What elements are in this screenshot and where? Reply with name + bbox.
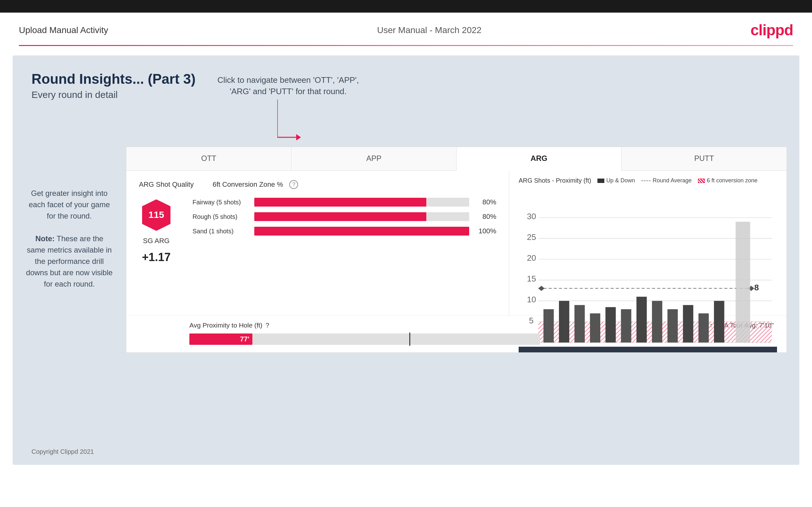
bar-track-fairway <box>254 198 469 207</box>
section-title: Round Insights... (Part 3) <box>32 71 780 87</box>
svg-rect-34 <box>683 305 694 343</box>
legend-hatch-icon <box>698 178 705 183</box>
hex-score-row: 115 SG ARG +1.17 Fairway (5 shots) <box>139 198 496 264</box>
svg-marker-22 <box>538 286 545 291</box>
legend-6ft: 6 ft conversion zone <box>698 177 758 184</box>
svg-rect-31 <box>637 297 647 342</box>
prox-cursor <box>409 333 410 346</box>
svg-rect-37 <box>736 222 750 343</box>
tabs-row: OTT APP ARG PUTT <box>126 147 786 171</box>
legend-up-down: Up & Down <box>597 177 635 184</box>
bar-fill-sand <box>254 227 469 235</box>
chart-title: ARG Shots - Proximity (ft) <box>519 177 591 184</box>
copyright: Copyright Clippd 2021 <box>32 448 94 455</box>
manual-date-label: User Manual - March 2022 <box>377 25 481 35</box>
svg-rect-36 <box>714 301 724 342</box>
right-panel-header: ARG Shots - Proximity (ft) Up & Down Rou… <box>519 177 777 184</box>
svg-rect-32 <box>652 301 662 342</box>
panel-header: ARG Shot Quality 6ft Conversion Zone % ? <box>139 180 496 189</box>
tab-ott[interactable]: OTT <box>126 147 292 170</box>
chart-svg: 0 5 10 15 20 25 30 <box>519 190 777 347</box>
tab-putt[interactable]: PUTT <box>622 147 786 170</box>
legend-dashes-icon <box>641 180 651 181</box>
svg-text:30: 30 <box>527 212 536 221</box>
svg-text:10: 10 <box>527 295 536 304</box>
bar-track-sand <box>254 227 469 235</box>
help-icon[interactable]: ? <box>289 180 298 189</box>
prox-bar-track: 77' <box>189 334 540 345</box>
conversion-label: 6ft Conversion Zone % <box>213 180 283 189</box>
bar-pct-rough: 80% <box>474 213 496 221</box>
svg-text:25: 25 <box>527 232 536 242</box>
tab-arg[interactable]: ARG <box>457 147 622 171</box>
svg-rect-28 <box>590 313 600 343</box>
nav-hint: Click to navigate between 'OTT', 'APP', … <box>217 74 359 97</box>
svg-rect-29 <box>606 307 616 342</box>
dashboard-button[interactable]: ARG Dashboard <box>519 347 777 353</box>
main-content: Round Insights... (Part 3) Every round i… <box>13 55 799 465</box>
section-subtitle: Every round in detail <box>32 90 780 100</box>
svg-rect-26 <box>559 301 569 342</box>
hexagon-score: 115 <box>139 198 173 232</box>
svg-rect-33 <box>667 309 678 343</box>
svg-text:5: 5 <box>529 316 534 325</box>
header: Upload Manual Activity User Manual - Mar… <box>0 13 812 45</box>
legend-up-down-label: Up & Down <box>606 177 635 184</box>
bar-pct-fairway: 80% <box>474 198 496 206</box>
bar-fill-rough <box>254 212 426 221</box>
bar-row-rough: Rough (5 shots) 80% <box>193 212 496 221</box>
left-panel: ARG Shot Quality 6ft Conversion Zone % ?… <box>126 171 509 316</box>
svg-text:115: 115 <box>148 210 164 220</box>
bar-label-fairway: Fairway (5 shots) <box>193 199 249 206</box>
svg-marker-2 <box>296 134 301 140</box>
upload-label: Upload Manual Activity <box>19 25 108 35</box>
bar-pct-sand: 100% <box>474 227 496 235</box>
top-bar <box>0 0 812 13</box>
insight-text: Get greater insight into each facet of y… <box>25 188 113 290</box>
widget-container: OTT APP ARG PUTT ARG Shot Quality 6ft Co… <box>126 147 787 353</box>
hex-container: 115 SG ARG +1.17 <box>139 198 173 264</box>
svg-rect-35 <box>699 313 709 343</box>
chart-area: 0 5 10 15 20 25 30 <box>519 190 777 347</box>
svg-text:8: 8 <box>754 283 759 292</box>
bars-container: Fairway (5 shots) 80% Rough (5 shots) <box>193 198 496 264</box>
bar-fill-fairway <box>254 198 426 207</box>
tab-app[interactable]: APP <box>292 147 457 170</box>
legend-box-icon <box>597 178 604 183</box>
svg-text:20: 20 <box>527 253 536 263</box>
logo: clippd <box>751 21 793 39</box>
shot-quality-label: ARG Shot Quality <box>139 180 194 189</box>
prox-label: Avg Proximity to Hole (ft) ? <box>189 322 269 329</box>
bar-track-rough <box>254 212 469 221</box>
sg-value: +1.17 <box>142 251 170 264</box>
sg-label: SG ARG <box>143 237 169 245</box>
prox-bar-value: 77' <box>240 335 250 343</box>
right-panel: ARG Shots - Proximity (ft) Up & Down Rou… <box>509 171 786 316</box>
content-panels: ARG Shot Quality 6ft Conversion Zone % ?… <box>126 171 786 316</box>
svg-rect-30 <box>621 309 631 343</box>
legend-round-avg: Round Average <box>641 177 692 184</box>
prox-help-icon[interactable]: ? <box>266 322 269 329</box>
svg-rect-27 <box>574 305 585 343</box>
bar-row-sand: Sand (1 shots) 100% <box>193 227 496 235</box>
bar-label-sand: Sand (1 shots) <box>193 228 249 235</box>
header-divider <box>19 45 793 46</box>
svg-rect-25 <box>544 309 554 343</box>
svg-text:15: 15 <box>527 274 536 283</box>
legend-round-avg-label: Round Average <box>653 177 692 184</box>
bar-label-rough: Rough (5 shots) <box>193 213 249 220</box>
prox-bar-fill: 77' <box>189 334 252 345</box>
bar-row-fairway: Fairway (5 shots) 80% <box>193 198 496 207</box>
legend-6ft-label: 6 ft conversion zone <box>707 177 758 184</box>
